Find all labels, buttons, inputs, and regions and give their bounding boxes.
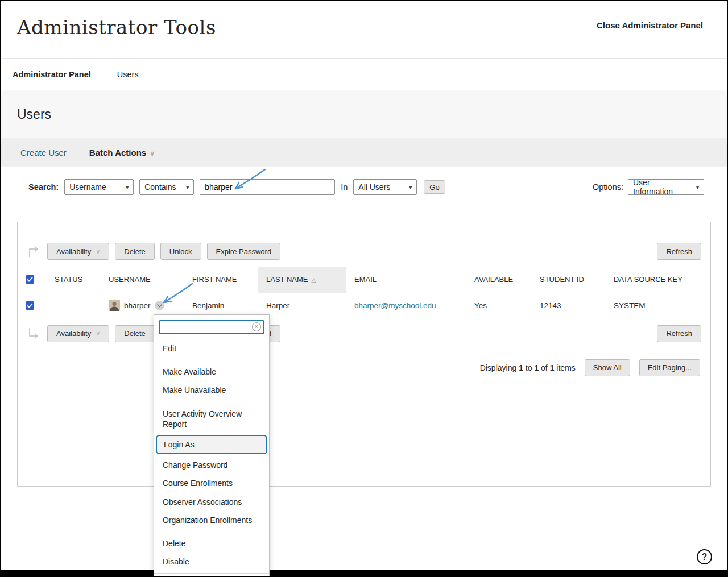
menu-item-edit[interactable]: Edit	[154, 339, 269, 358]
column-header-email[interactable]: EMAIL	[346, 267, 466, 293]
menu-item-login-as[interactable]: Login As	[156, 435, 267, 454]
page-header-title: Administrator Tools	[1, 1, 216, 58]
breadcrumb-users[interactable]: Users	[117, 70, 139, 79]
column-header-data-source-key[interactable]: DATA SOURCE KEY	[605, 267, 710, 293]
in-label: In	[341, 182, 348, 192]
data-source-key-cell: SYSTEM	[605, 293, 710, 318]
users-list-box: Availability∨ Delete Unlock Expire Passw…	[17, 222, 711, 487]
menu-item-disable[interactable]: Disable	[154, 553, 269, 571]
close-administrator-panel-button[interactable]: Close Administrator Panel	[597, 1, 727, 58]
delete-button[interactable]: Delete	[115, 243, 155, 260]
users-section: Users	[1, 90, 727, 138]
options-select[interactable]: User Information▾	[628, 179, 704, 195]
menu-item-make-available[interactable]: Make Available	[154, 363, 269, 381]
column-header-student-id[interactable]: STUDENT ID	[531, 267, 605, 293]
delete-button-bottom[interactable]: Delete	[115, 325, 155, 342]
administrator-tools-window: Administrator Tools Close Administrator …	[0, 0, 728, 577]
search-input[interactable]	[200, 179, 335, 195]
last-name-cell: Harper	[258, 293, 346, 318]
menu-item-course-enrollments[interactable]: Course Enrollments	[154, 474, 269, 492]
chevron-down-icon: ▾	[696, 184, 699, 190]
menu-item-observer-associations[interactable]: Observer Associations	[154, 493, 269, 511]
unlock-button[interactable]: Unlock	[160, 243, 201, 260]
search-scope-select[interactable]: All Users▾	[353, 179, 417, 195]
column-header-status[interactable]: STATUS	[46, 267, 100, 293]
refresh-button[interactable]: Refresh	[657, 243, 701, 260]
breadcrumb-administrator-panel[interactable]: Administrator Panel	[13, 70, 91, 79]
select-all-checkbox[interactable]	[26, 275, 34, 284]
list-toolbar-top: Availability∨ Delete Unlock Expire Passw…	[18, 222, 710, 267]
list-toolbar-bottom: Availability∨ Delete Unlock Expire Passw…	[18, 318, 710, 349]
menu-item-change-password[interactable]: Change Password	[154, 456, 269, 474]
menu-divider	[154, 532, 269, 532]
action-bar: Create User Batch Actions∨	[1, 138, 727, 167]
chevron-down-icon	[156, 304, 163, 308]
expire-password-button[interactable]: Expire Password	[207, 243, 281, 260]
paging-row: Displaying 1 to 1 of 1 items Show All Ed…	[18, 349, 710, 376]
search-section: Search: Username▾ Contains▾ In All Users…	[1, 167, 727, 222]
refresh-button-bottom[interactable]: Refresh	[657, 325, 701, 342]
menu-item-make-unavailable[interactable]: Make Unavailable	[154, 381, 269, 399]
table-row: bharper Benjamin Harper bharper@myschool…	[18, 293, 710, 318]
search-operator-select[interactable]: Contains▾	[139, 179, 194, 195]
column-header-last-name[interactable]: LAST NAME△	[258, 267, 346, 293]
options-label: Options:	[593, 182, 623, 192]
user-context-menu-button[interactable]	[155, 301, 164, 310]
sort-ascending-icon: △	[311, 277, 316, 283]
menu-item-delete[interactable]: Delete	[154, 534, 269, 553]
search-field-select[interactable]: Username▾	[64, 179, 134, 195]
menu-filter-input[interactable]	[159, 320, 264, 334]
clear-icon[interactable]: ✕	[252, 322, 261, 331]
paging-status: Displaying 1 to 1 of 1 items	[480, 363, 576, 372]
check-icon	[27, 303, 33, 308]
user-avatar	[109, 300, 120, 311]
apply-to-selected-arrow-icon	[27, 244, 40, 258]
chevron-down-icon: ∨	[96, 330, 100, 337]
chevron-down-icon: ▾	[126, 184, 129, 190]
breadcrumb: Administrator Panel Users	[1, 59, 727, 90]
chevron-down-icon: ▾	[409, 184, 412, 190]
email-link[interactable]: bharper@myschool.edu	[354, 301, 436, 310]
header: Administrator Tools Close Administrator …	[1, 1, 727, 59]
chevron-down-icon: ▾	[186, 184, 189, 190]
menu-divider	[154, 573, 269, 574]
chevron-down-icon: ∨	[150, 150, 155, 157]
availability-button-bottom[interactable]: Availability∨	[47, 325, 109, 342]
row-checkbox[interactable]	[26, 301, 34, 310]
help-icon[interactable]: ?	[697, 549, 712, 564]
username-cell[interactable]: bharper	[124, 301, 151, 310]
edit-paging-button[interactable]: Edit Paging...	[639, 359, 700, 376]
show-all-button[interactable]: Show All	[585, 359, 630, 376]
page-title: Users	[17, 107, 51, 122]
chevron-down-icon: ∨	[96, 248, 100, 255]
menu-divider	[154, 402, 269, 402]
batch-actions-button[interactable]: Batch Actions∨	[89, 148, 155, 157]
user-context-menu: ✕ Edit Make Available Make Unavailable U…	[154, 314, 270, 577]
search-label: Search:	[28, 182, 59, 192]
apply-to-selected-arrow-icon	[27, 327, 40, 341]
go-button[interactable]: Go	[424, 180, 445, 194]
check-icon	[27, 277, 33, 282]
table-header-row: STATUS USERNAME FIRST NAME LAST NAME△ EM…	[18, 267, 710, 293]
column-header-first-name[interactable]: FIRST NAME	[184, 267, 258, 293]
create-user-button[interactable]: Create User	[20, 148, 67, 157]
users-table: STATUS USERNAME FIRST NAME LAST NAME△ EM…	[18, 267, 710, 318]
status-cell	[46, 293, 100, 318]
student-id-cell: 12143	[531, 293, 605, 318]
available-cell: Yes	[466, 293, 531, 318]
menu-divider	[154, 360, 269, 360]
menu-item-user-activity-overview-report[interactable]: User Activity Overview Report	[154, 405, 269, 433]
column-header-available[interactable]: AVAILABLE	[466, 267, 531, 293]
availability-button[interactable]: Availability∨	[47, 243, 109, 260]
column-header-username[interactable]: USERNAME	[100, 267, 184, 293]
bottom-bar	[1, 570, 727, 576]
menu-item-organization-enrollments[interactable]: Organization Enrollments	[154, 511, 269, 529]
